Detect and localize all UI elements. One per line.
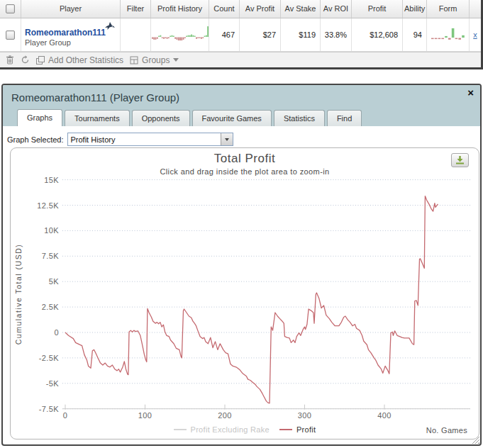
- groups-icon: [130, 56, 138, 65]
- refresh-button[interactable]: [21, 55, 30, 65]
- dialog-body: Graph Selected: Profit History 15K12.5K1…: [3, 126, 480, 146]
- select-all-checkbox[interactable]: [6, 4, 15, 13]
- trash-icon: [6, 55, 14, 65]
- svg-text:-2.5K: -2.5K: [39, 354, 60, 362]
- profit-cell: $12,608: [352, 18, 403, 51]
- player-type-label: Player Group: [25, 38, 117, 47]
- player-cell: Romeomarathon111 Player Group: [21, 18, 121, 51]
- groups-dropdown-arrow-icon: [173, 58, 179, 62]
- av-roi-cell: 33.8%: [321, 18, 352, 51]
- ability-cell: 94: [403, 18, 427, 51]
- column-header-av-stake[interactable]: Av Stake: [281, 0, 321, 18]
- svg-text:-7.5K: -7.5K: [39, 405, 60, 413]
- groups-label: Groups: [142, 55, 170, 65]
- legend-line-swatch: [279, 429, 292, 430]
- column-header-remove: [470, 0, 481, 18]
- column-header-form[interactable]: Form: [427, 0, 470, 18]
- graph-select-value: Profit History: [68, 135, 116, 144]
- svg-text:12.5K: 12.5K: [37, 201, 59, 210]
- filter-cell[interactable]: [121, 18, 151, 51]
- player-dialog: Romeomarathon111 (Player Group) × Graphs…: [1, 84, 482, 446]
- svg-text:400: 400: [377, 411, 392, 420]
- row-checkbox[interactable]: [6, 30, 15, 40]
- dialog-title: Romeomarathon111 (Player Group): [11, 91, 472, 103]
- svg-text:100: 100: [138, 411, 152, 420]
- column-header-filter[interactable]: Filter: [121, 0, 151, 18]
- form-sparkline: [431, 23, 465, 47]
- row-checkbox-cell[interactable]: [0, 18, 21, 51]
- svg-text:Cumulative Total (USD): Cumulative Total (USD): [14, 244, 23, 345]
- tab-graphs[interactable]: Graphs: [17, 109, 62, 126]
- svg-text:300: 300: [298, 411, 312, 420]
- add-other-statistics-label: Add Other Statistics: [48, 55, 123, 65]
- svg-text:10K: 10K: [44, 226, 59, 235]
- svg-text:15K: 15K: [44, 176, 59, 184]
- legend-label: Profit Excluding Rake: [191, 425, 270, 434]
- download-icon: [455, 156, 465, 164]
- column-header-player[interactable]: Player: [21, 0, 121, 18]
- remove-row-cell[interactable]: x: [470, 18, 481, 51]
- chart-plot-area[interactable]: 15K12.5K10K7.5K5K2.5K0-2.5K-5K-7.5K01002…: [11, 148, 480, 440]
- dialog-header[interactable]: Romeomarathon111 (Player Group) × Graphs…: [3, 85, 480, 126]
- svg-text:2.5K: 2.5K: [42, 303, 59, 311]
- svg-text:7.5K: 7.5K: [42, 252, 59, 260]
- table-row: Romeomarathon111 Player Group 467 $27 $1…: [0, 18, 481, 52]
- column-header-profit-history[interactable]: Profit History: [151, 0, 209, 18]
- av-stake-cell: $119: [281, 18, 321, 51]
- tab-find[interactable]: Find: [327, 110, 362, 126]
- svg-text:0: 0: [63, 411, 68, 420]
- select-all-checkbox-cell[interactable]: [0, 0, 21, 18]
- count-cell: 467: [209, 18, 240, 51]
- svg-text:200: 200: [218, 411, 232, 420]
- legend-label: Profit: [296, 425, 316, 434]
- delete-button[interactable]: [6, 55, 14, 65]
- player-stats-table: Player Filter Profit History Count Av Pr…: [0, 0, 483, 69]
- chevron-down-icon: [225, 138, 229, 141]
- column-header-ability[interactable]: Ability: [403, 0, 427, 18]
- select-arrow-button[interactable]: [221, 133, 233, 145]
- column-header-av-roi[interactable]: Av ROI: [321, 0, 352, 18]
- graph-select-dropdown[interactable]: Profit History: [67, 133, 233, 146]
- refresh-icon: [21, 55, 30, 65]
- column-header-count[interactable]: Count: [209, 0, 240, 18]
- svg-text:-5K: -5K: [46, 379, 60, 388]
- shark-icon: [104, 21, 116, 32]
- av-profit-cell: $27: [240, 18, 281, 51]
- tab-statistics[interactable]: Statistics: [274, 110, 325, 126]
- download-chart-button[interactable]: [451, 153, 469, 167]
- graph-select-row: Graph Selected: Profit History: [7, 133, 480, 146]
- legend-item-profit[interactable]: Profit: [279, 425, 316, 434]
- groups-button[interactable]: Groups: [130, 55, 179, 65]
- close-icon[interactable]: ×: [467, 87, 474, 98]
- chart-legend: Profit Excluding RakeProfit: [11, 425, 479, 434]
- remove-row-link[interactable]: x: [473, 30, 477, 39]
- table-header-row: Player Filter Profit History Count Av Pr…: [0, 0, 481, 18]
- legend-line-swatch: [174, 429, 187, 430]
- column-header-profit[interactable]: Profit: [352, 0, 403, 18]
- svg-text:5K: 5K: [49, 277, 60, 286]
- tab-opponents[interactable]: Opponents: [132, 110, 190, 126]
- legend-item-profit-excluding-rake[interactable]: Profit Excluding Rake: [174, 425, 270, 434]
- tab-tournaments[interactable]: Tournaments: [65, 110, 130, 126]
- profit-chart-panel: 15K12.5K10K7.5K5K2.5K0-2.5K-5K-7.5K01002…: [10, 147, 479, 439]
- profit-history-cell[interactable]: [151, 18, 209, 51]
- graph-selected-label: Graph Selected:: [7, 135, 64, 144]
- svg-text:0: 0: [54, 328, 59, 337]
- add-other-statistics-button[interactable]: Add Other Statistics: [36, 55, 123, 65]
- dialog-tabs: GraphsTournamentsOpponentsFavourite Game…: [11, 103, 472, 126]
- table-toolbar: Add Other Statistics Groups: [0, 52, 481, 67]
- chart-title: Total Profit: [11, 152, 479, 166]
- profit-history-sparkline: [152, 21, 209, 48]
- form-cell[interactable]: [427, 18, 470, 51]
- add-statistics-icon: [36, 56, 45, 65]
- column-header-av-profit[interactable]: Av Profit: [240, 0, 281, 18]
- tab-favourite-games[interactable]: Favourite Games: [192, 110, 272, 126]
- x-axis-title: No. Games: [426, 426, 467, 435]
- chart-subtitle: Click and drag inside the plot area to z…: [11, 167, 479, 176]
